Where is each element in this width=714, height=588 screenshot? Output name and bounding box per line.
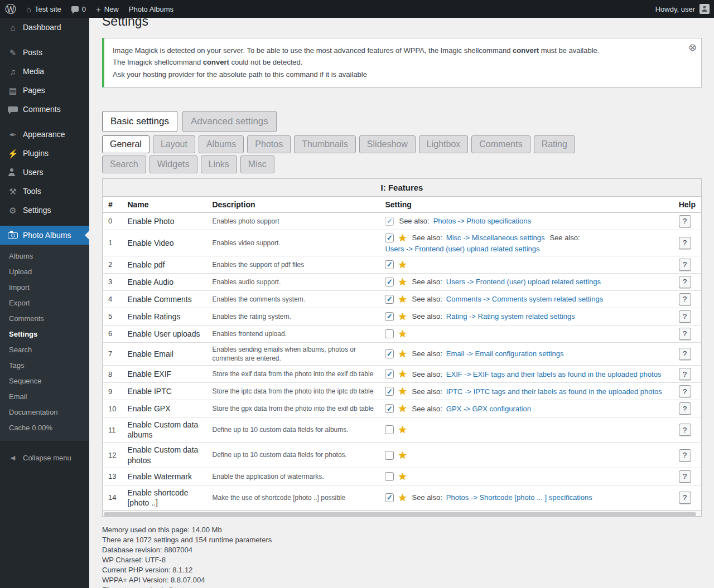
enable-checkbox[interactable]: ✓ — [385, 234, 394, 242]
help-button[interactable]: ? — [679, 276, 691, 288]
wp-logo-button[interactable]: Ⓦ — [0, 0, 21, 18]
see-also-link[interactable]: Email -> Email configuration settings — [446, 349, 564, 358]
submenu-item-settings[interactable]: Settings — [0, 327, 89, 342]
tab-albums[interactable]: Albums — [199, 135, 244, 153]
submenu-item-upload[interactable]: Upload — [0, 264, 89, 280]
submenu-item-sequence[interactable]: Sequence — [0, 373, 89, 389]
enable-checkbox[interactable]: ✓ — [385, 260, 394, 269]
table-scrollbar[interactable] — [103, 511, 701, 516]
tab-links[interactable]: Links — [201, 155, 237, 173]
table-scrollbar-thumb[interactable] — [104, 512, 696, 516]
sidebar-item-plugins[interactable]: ⚡Plugins — [0, 144, 89, 163]
submenu-item-email[interactable]: Email — [0, 389, 89, 405]
avatar[interactable] — [699, 4, 710, 14]
sidebar-item-media[interactable]: ♫Media — [0, 62, 89, 81]
help-button[interactable]: ? — [679, 402, 691, 415]
help-button[interactable]: ? — [679, 348, 691, 360]
see-also-link[interactable]: Misc -> Miscellaneous settings — [446, 234, 545, 242]
setting-description: Store the exif data from the photo into … — [206, 366, 379, 383]
sidebar-item-tools[interactable]: ⚒Tools — [0, 182, 89, 201]
help-button[interactable]: ? — [679, 310, 691, 323]
submenu-item-export[interactable]: Export — [0, 295, 89, 311]
tab-misc[interactable]: Misc — [240, 155, 274, 173]
sidebar-item-posts[interactable]: ✎Posts — [0, 43, 89, 62]
help-button[interactable]: ? — [679, 385, 691, 397]
tab-photos[interactable]: Photos — [247, 135, 291, 153]
enable-checkbox[interactable]: ✓ — [385, 349, 394, 358]
submenu-item-search[interactable]: Search — [0, 342, 89, 358]
tab-lightbox[interactable]: Lightbox — [419, 135, 469, 153]
photo-albums-toolbar-link[interactable]: Photo Albums — [124, 0, 178, 18]
enable-checkbox[interactable]: ✓ — [385, 312, 394, 321]
enable-checkbox[interactable] — [385, 329, 394, 338]
submenu-item-cache-0-00[interactable]: Cache 0.00% — [0, 420, 89, 436]
see-also-link[interactable]: Users -> Frontend (user) upload related … — [385, 245, 539, 253]
see-also-link[interactable]: Users -> Frontend (user) upload related … — [446, 278, 601, 286]
tab-rating[interactable]: Rating — [534, 135, 575, 153]
see-also-link[interactable]: Rating -> Rating system related settings — [446, 312, 575, 320]
enable-checkbox[interactable] — [385, 425, 394, 434]
submenu-item-tags[interactable]: Tags — [0, 358, 89, 373]
tab-search[interactable]: Search — [102, 155, 146, 173]
tab-advanced-settings[interactable]: Advanced settings — [182, 111, 277, 132]
sidebar-item-settings[interactable]: ⚙Settings — [0, 201, 89, 220]
help-button[interactable]: ? — [679, 424, 691, 436]
enable-checkbox[interactable]: ✓ — [385, 404, 394, 413]
help-button[interactable]: ? — [679, 293, 691, 305]
tab-thumbnails[interactable]: Thumbnails — [294, 135, 356, 153]
enable-checkbox[interactable]: ✓ — [385, 387, 394, 396]
help-button[interactable]: ? — [679, 215, 691, 227]
sidebar-item-comments[interactable]: Comments — [0, 100, 89, 119]
tab-widgets[interactable]: Widgets — [149, 155, 197, 173]
enable-checkbox[interactable]: ✓ — [385, 370, 394, 378]
secondary-tabs-row-2: SearchWidgetsLinksMisc — [102, 155, 702, 173]
collapse-menu-button[interactable]: ◀ Collapse menu — [0, 448, 89, 468]
see-also-link[interactable]: Photos -> Photo specifications — [433, 217, 531, 225]
see-also-link[interactable]: GPX -> GPX configuration — [446, 405, 531, 413]
row-number: 1 — [103, 230, 122, 256]
help-button[interactable]: ? — [679, 259, 691, 271]
dismiss-notice-icon[interactable]: ⊗ — [688, 42, 697, 52]
site-name-link[interactable]: ⌂ Test site — [21, 0, 66, 18]
help-button[interactable]: ? — [679, 237, 691, 249]
help-button[interactable]: ? — [679, 368, 691, 380]
enable-checkbox[interactable] — [385, 472, 394, 481]
help-button[interactable]: ? — [679, 492, 691, 504]
see-also-link[interactable]: EXIF -> EXIF tags and their labels as fo… — [446, 370, 662, 378]
tab-basic-settings[interactable]: Basic settings — [102, 111, 177, 132]
enable-checkbox[interactable] — [385, 451, 394, 460]
row-number: 8 — [103, 366, 122, 383]
enable-checkbox[interactable]: ✓ — [385, 217, 394, 226]
star-icon: ★ — [398, 260, 407, 270]
howdy-link[interactable]: Howdy, user — [655, 5, 695, 13]
help-cell: ? — [673, 273, 701, 290]
submenu-item-comments[interactable]: Comments — [0, 311, 89, 327]
setting-control-cell: ✓★See also:Email -> Email configuration … — [379, 342, 673, 365]
setting-control-cell: ✓★See also:EXIF -> EXIF tags and their l… — [379, 366, 673, 383]
sidebar-item-users[interactable]: Users — [0, 163, 89, 182]
see-also-link[interactable]: IPTC -> IPTC tags and their labels as fo… — [446, 387, 662, 396]
help-button[interactable]: ? — [679, 470, 691, 483]
tab-layout[interactable]: Layout — [153, 135, 195, 153]
help-button[interactable]: ? — [679, 328, 691, 340]
help-button[interactable]: ? — [679, 449, 691, 461]
submenu-item-documentation[interactable]: Documentation — [0, 405, 89, 420]
sidebar-item-label: Comments — [23, 104, 61, 114]
new-content-link[interactable]: + New — [91, 0, 124, 18]
sidebar-item-pages[interactable]: ▤Pages — [0, 81, 89, 100]
see-also-link[interactable]: Comments -> Comments system related sett… — [446, 295, 603, 303]
enable-checkbox[interactable]: ✓ — [385, 493, 394, 502]
tab-general[interactable]: General — [102, 135, 149, 153]
sidebar-item-photo-albums[interactable]: Photo Albums — [0, 226, 89, 245]
sidebar-item-dashboard[interactable]: ⌂Dashboard — [0, 18, 89, 37]
submenu-item-albums[interactable]: Albums — [0, 249, 89, 264]
enable-checkbox[interactable]: ✓ — [385, 295, 394, 304]
sidebar-item-appearance[interactable]: ✒Appearance — [0, 125, 89, 144]
appearance-icon: ✒ — [8, 130, 18, 139]
comments-bubble-link[interactable]: 0 — [66, 0, 91, 18]
see-also-link[interactable]: Photos -> Shortcode [photo ... ] specifi… — [446, 493, 592, 502]
tab-slideshow[interactable]: Slideshow — [359, 135, 416, 153]
tab-comments[interactable]: Comments — [471, 135, 530, 153]
submenu-item-import[interactable]: Import — [0, 280, 89, 295]
enable-checkbox[interactable]: ✓ — [385, 278, 394, 286]
